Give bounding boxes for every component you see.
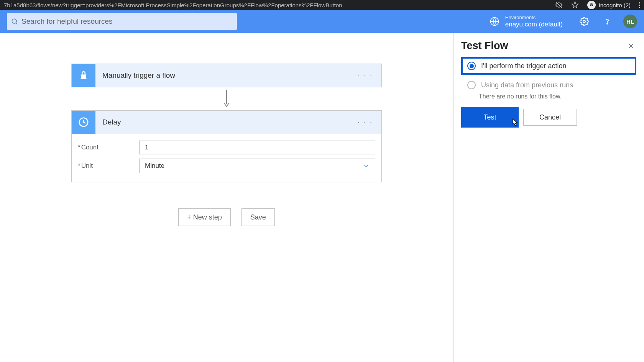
incognito-icon: [587, 1, 596, 9]
count-label: *Count: [78, 144, 139, 151]
svg-point-2: [590, 5, 591, 6]
radio-manual-label: I'll perform the trigger action: [481, 62, 567, 70]
radio-manual-trigger[interactable]: I'll perform the trigger action: [461, 57, 636, 75]
radio-previous-label: Using data from previous runs: [481, 81, 573, 89]
delay-menu-button[interactable]: · · ·: [349, 118, 381, 126]
search-box[interactable]: [7, 13, 237, 30]
browser-urlbar: 7b1a5d8b63/flows/new?trigger=providers%2…: [0, 0, 644, 10]
svg-point-8: [607, 23, 608, 24]
delay-card[interactable]: Delay · · · *Count *Unit Minute: [71, 110, 382, 182]
eye-off-icon[interactable]: [555, 1, 563, 9]
test-button-highlight: Test: [461, 107, 519, 128]
trigger-menu-button[interactable]: · · ·: [349, 72, 381, 80]
environment-name: enayu.com (default): [505, 21, 563, 28]
svg-point-4: [12, 19, 16, 23]
svg-marker-1: [572, 2, 578, 8]
unit-select[interactable]: Minute: [139, 159, 375, 173]
app-header: Environments enayu.com (default) HL: [0, 10, 644, 33]
settings-icon[interactable]: [579, 16, 590, 27]
help-icon[interactable]: [602, 16, 613, 27]
svg-line-5: [16, 23, 17, 24]
globe-icon: [489, 16, 500, 27]
environment-label: Environments: [505, 15, 563, 21]
unit-value: Minute: [145, 162, 164, 170]
unit-label: *Unit: [78, 162, 139, 170]
save-button[interactable]: Save: [242, 208, 275, 226]
incognito-label: Incognito (2): [599, 2, 631, 8]
new-step-button[interactable]: + New step: [178, 208, 231, 226]
clock-icon: [72, 111, 95, 134]
flow-canvas: Manually trigger a flow · · · Delay · · …: [0, 33, 453, 362]
cancel-button[interactable]: Cancel: [523, 109, 577, 126]
delay-title: Delay: [95, 118, 349, 126]
svg-point-7: [583, 20, 585, 23]
chevron-down-icon: [363, 162, 370, 169]
browser-menu-icon[interactable]: [639, 2, 640, 8]
test-button[interactable]: Test: [463, 109, 517, 126]
trigger-title: Manually trigger a flow: [95, 71, 349, 80]
close-icon[interactable]: [626, 41, 636, 51]
panel-title: Test Flow: [461, 40, 508, 52]
radio-previous-runs[interactable]: Using data from previous runs: [461, 78, 636, 92]
connector-arrow: [222, 87, 231, 110]
search-icon: [11, 18, 18, 25]
star-icon[interactable]: [571, 1, 579, 9]
test-flow-panel: Test Flow I'll perform the trigger actio…: [453, 33, 644, 362]
radio-selected-icon: [467, 62, 476, 70]
svg-point-3: [591, 5, 593, 6]
incognito-badge[interactable]: Incognito (2): [587, 1, 631, 9]
radio-unselected-icon: [467, 81, 476, 89]
browser-url[interactable]: 7b1a5d8b63/flows/new?trigger=providers%2…: [4, 2, 342, 8]
avatar[interactable]: HL: [623, 15, 637, 28]
no-runs-message: There are no runs for this flow.: [461, 92, 636, 107]
count-input[interactable]: [139, 141, 375, 154]
trigger-icon: [72, 64, 95, 87]
environment-picker[interactable]: Environments enayu.com (default): [489, 15, 563, 28]
trigger-card[interactable]: Manually trigger a flow · · ·: [71, 64, 382, 87]
search-input[interactable]: [21, 17, 233, 26]
